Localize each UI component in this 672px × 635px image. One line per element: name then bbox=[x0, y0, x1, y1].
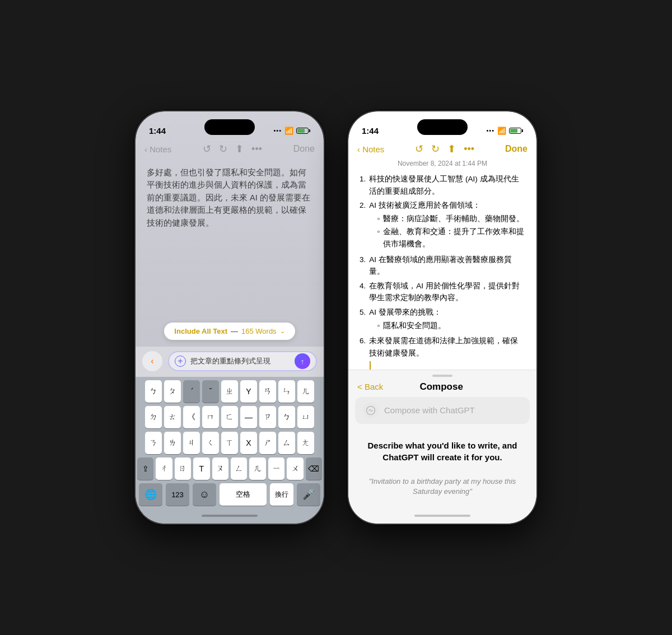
list-item: 2. AI 技術被廣泛應用於各個領域： ◦ 醫療：病症診斷、手術輔助、藥物開發。… bbox=[360, 199, 525, 251]
key-eng[interactable]: ㄥ bbox=[231, 457, 247, 480]
delete-key[interactable]: ⌫ bbox=[306, 457, 322, 480]
nav-actions-1: ↺ ↻ ⬆ ••• bbox=[203, 143, 262, 155]
status-icons-1: ••• 📶 bbox=[273, 127, 310, 135]
emoji-key[interactable]: ☺ bbox=[193, 483, 216, 506]
plus-icon: + bbox=[175, 356, 186, 367]
done-button-1[interactable]: Done bbox=[293, 144, 315, 154]
key-i[interactable]: ㄧ bbox=[268, 457, 284, 480]
key-ou[interactable]: ㄡ bbox=[212, 457, 228, 480]
key-lq[interactable]: 《 bbox=[183, 406, 200, 428]
home-bar-1 bbox=[202, 515, 258, 517]
key-j[interactable]: ㄐ bbox=[183, 432, 200, 454]
note-list: 1. 科技的快速發展使人工智慧 (AI) 成為現代生活的重要組成部分。 2. A… bbox=[360, 173, 525, 359]
key-n[interactable]: ㄋ bbox=[145, 432, 162, 454]
mic-key[interactable]: 🎤 bbox=[297, 483, 320, 506]
pill-chevron-icon: ⌄ bbox=[280, 328, 285, 335]
key-er2[interactable]: ㄦ bbox=[249, 457, 265, 480]
key-ch[interactable]: ㄔ bbox=[156, 457, 172, 480]
key-r[interactable]: ㄖ bbox=[175, 457, 191, 480]
list-item: 6. 未來發展需在道德和法律上加強規範，確保技術健康發展。 bbox=[360, 335, 525, 359]
numbers-key[interactable]: 123 bbox=[166, 483, 189, 506]
battery-icon-1 bbox=[296, 128, 310, 134]
battery-icon-2 bbox=[509, 128, 523, 134]
more-icon-2[interactable]: ••• bbox=[464, 143, 474, 155]
nav-actions-2: ↺ ↻ ⬆ ••• bbox=[415, 143, 474, 155]
wifi-icon-1: 📶 bbox=[284, 127, 293, 135]
send-button[interactable]: ↑ bbox=[295, 353, 310, 369]
space-key[interactable]: 空格 bbox=[220, 483, 267, 506]
key-s[interactable]: ㄙ bbox=[278, 432, 295, 454]
chatgpt-icon bbox=[363, 403, 379, 418]
key-y[interactable]: Y bbox=[240, 380, 257, 403]
key-t[interactable]: ㄊ bbox=[164, 406, 181, 428]
signal-icon-1: ••• bbox=[273, 127, 282, 134]
keyboard-row-2: ㄉ ㄊ 《 ㄇ ㄈ — ㄗ ㄅ ㄩ bbox=[137, 406, 322, 428]
key-f[interactable]: ㄈ bbox=[221, 406, 238, 428]
key-an[interactable]: ㄢ bbox=[259, 380, 276, 403]
note-date: November 8, 2024 at 1:44 PM bbox=[360, 160, 525, 167]
keyboard-row-4: ⇪ ㄔ ㄖ T ㄡ ㄥ ㄦ ㄧ ㄨ ⌫ bbox=[137, 457, 322, 480]
key-shift[interactable]: ⇪ bbox=[137, 457, 153, 480]
nav-bar-1: ‹ Notes ↺ ↻ ⬆ ••• Done bbox=[136, 141, 324, 160]
globe-key[interactable]: 🌐 bbox=[139, 483, 162, 506]
key-q[interactable]: ㄑ bbox=[202, 432, 219, 454]
back-button-2[interactable]: ‹ Notes bbox=[357, 144, 384, 154]
cursor-line bbox=[370, 361, 371, 369]
compose-example-text: "Invitation to a birthday party at my ho… bbox=[365, 477, 520, 497]
key-r2[interactable]: ㄩ bbox=[297, 406, 314, 428]
compose-input-placeholder: Compose with ChatGPT bbox=[384, 405, 475, 415]
key-ang[interactable]: ㄤ bbox=[297, 432, 314, 454]
include-all-text-button[interactable]: Include All Text — 165 Words ⌄ bbox=[164, 323, 295, 340]
drag-handle-area bbox=[348, 370, 536, 379]
key-t2[interactable]: T bbox=[193, 457, 209, 480]
wifi-icon-2: 📶 bbox=[497, 127, 506, 135]
key-tone2[interactable]: ˊ bbox=[183, 380, 200, 403]
compose-back-button[interactable]: < Back bbox=[357, 382, 383, 391]
input-field-wrapper[interactable]: + 把文章的重點條列式呈現 ↑ bbox=[168, 351, 317, 371]
done-button-2[interactable]: Done bbox=[505, 144, 528, 154]
share-icon-1[interactable]: ⬆ bbox=[235, 143, 244, 155]
compose-placeholder-area: Compose with ChatGPT bbox=[348, 397, 536, 431]
key-po[interactable]: ㄆ bbox=[164, 380, 181, 403]
notes-text-1: 多好處，但也引發了隱私和安全問題。如何平衡技術的進步與個人資料的保護，成為當前的… bbox=[147, 164, 312, 231]
chevron-left-icon: ‹ bbox=[151, 356, 153, 366]
chatgpt-logo-icon bbox=[366, 405, 376, 415]
input-back-button[interactable]: ‹ bbox=[142, 351, 162, 371]
status-time-1: 1:44 bbox=[149, 126, 166, 136]
redo-icon-2[interactable]: ↻ bbox=[431, 143, 440, 155]
key-x2[interactable]: X bbox=[240, 432, 257, 454]
key-ts[interactable]: ㄗ bbox=[259, 406, 276, 428]
key-zh[interactable]: ㄓ bbox=[221, 380, 238, 403]
key-m[interactable]: ㄇ bbox=[202, 406, 219, 428]
key-dash[interactable]: — bbox=[240, 406, 257, 428]
include-pill-area: Include All Text — 165 Words ⌄ bbox=[136, 316, 324, 347]
keyboard-bottom-row: 🌐 123 ☺ 空格 換行 🎤 bbox=[137, 483, 322, 506]
list-item: 5. AI 發展帶來的挑戰： ◦ 隱私和安全問題。 bbox=[360, 306, 525, 333]
share-icon-2[interactable]: ⬆ bbox=[447, 143, 456, 155]
key-sh[interactable]: ㄕ bbox=[259, 432, 276, 454]
status-icons-2: ••• 📶 bbox=[486, 127, 523, 135]
back-button-1[interactable]: ‹ Notes bbox=[144, 144, 171, 154]
key-en[interactable]: ㄣ bbox=[278, 380, 295, 403]
compose-example: "Invitation to a birthday party at my ho… bbox=[348, 472, 536, 508]
list-item: 4. 在教育領域，AI 用於個性化學習，提供針對學生需求定制的教學內容。 bbox=[360, 280, 525, 304]
undo-icon-2[interactable]: ↺ bbox=[415, 143, 423, 155]
key-u[interactable]: ㄨ bbox=[287, 457, 303, 480]
key-d[interactable]: ㄉ bbox=[145, 406, 162, 428]
more-icon-1[interactable]: ••• bbox=[251, 143, 262, 155]
key-l[interactable]: ㄌ bbox=[164, 432, 181, 454]
compose-title: Compose bbox=[419, 381, 463, 393]
return-key[interactable]: 換行 bbox=[270, 483, 293, 506]
compose-description: Describe what you'd like to write, and C… bbox=[348, 431, 536, 472]
nav-bar-2: ‹ Notes ↺ ↻ ⬆ ••• Done bbox=[348, 141, 536, 160]
key-ba[interactable]: ㄅ bbox=[278, 406, 295, 428]
key-tone3[interactable]: ˇ bbox=[202, 380, 219, 403]
pill-label: Include All Text bbox=[174, 327, 227, 335]
compose-input-row[interactable]: Compose with ChatGPT bbox=[355, 397, 530, 424]
keyboard-1[interactable]: ㄅ ㄆ ˊ ˇ ㄓ Y ㄢ ㄣ ㄦ ㄉ ㄊ 《 ㄇ ㄈ — ㄗ ㄅ ㄩ bbox=[136, 377, 324, 508]
undo-icon-1[interactable]: ↺ bbox=[203, 143, 211, 155]
key-bo[interactable]: ㄅ bbox=[145, 380, 162, 403]
key-er[interactable]: ㄦ bbox=[297, 380, 314, 403]
key-x[interactable]: ㄒ bbox=[221, 432, 238, 454]
redo-icon-1[interactable]: ↻ bbox=[219, 143, 227, 155]
